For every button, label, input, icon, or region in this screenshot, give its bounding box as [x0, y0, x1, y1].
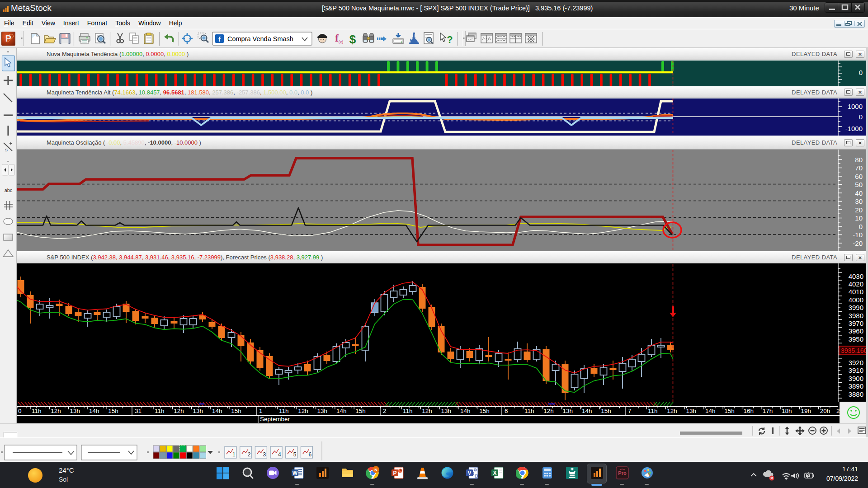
svg-text:80: 80	[855, 156, 863, 164]
svg-text:3980: 3980	[849, 312, 863, 319]
svg-text:11h: 11h	[648, 408, 658, 414]
svg-text:15h: 15h	[724, 408, 735, 414]
svg-text:14h: 14h	[212, 408, 222, 414]
svg-text:1: 1	[259, 408, 263, 414]
svg-text:14h: 14h	[460, 408, 471, 414]
svg-text:13h: 13h	[70, 408, 80, 414]
svg-text:40: 40	[855, 189, 863, 197]
svg-text:14h: 14h	[582, 408, 592, 414]
svg-text:W: W	[292, 470, 298, 476]
svg-text:17h: 17h	[763, 408, 773, 414]
svg-text:6: 6	[309, 451, 312, 458]
svg-text:14h: 14h	[89, 408, 99, 414]
svg-text:(x): (x)	[339, 40, 344, 44]
svg-text:4010: 4010	[849, 288, 863, 296]
svg-text:3880: 3880	[849, 390, 863, 398]
svg-text:X: X	[493, 470, 496, 476]
svg-text:0: 0	[18, 408, 22, 414]
svg-text:N: N	[374, 468, 377, 472]
svg-text:31: 31	[135, 408, 142, 414]
svg-text:11h: 11h	[524, 408, 534, 414]
svg-text:50: 50	[855, 181, 863, 188]
svg-text:3990: 3990	[849, 304, 863, 311]
svg-text:1000: 1000	[848, 103, 863, 110]
svg-text:1: 1	[232, 451, 236, 458]
svg-text:12h: 12h	[51, 408, 61, 414]
svg-text:-10: -10	[853, 231, 863, 239]
svg-text:12h: 12h	[298, 408, 308, 414]
svg-text:2: 2	[383, 408, 387, 414]
svg-text:13h: 13h	[317, 408, 328, 414]
svg-text:13h: 13h	[441, 408, 452, 414]
svg-text:15h: 15h	[355, 408, 366, 414]
svg-text:3950: 3950	[849, 335, 863, 343]
svg-text:11h: 11h	[403, 408, 413, 414]
svg-text:4: 4	[278, 451, 281, 458]
svg-text:0: 0	[859, 113, 863, 121]
svg-text:13h: 13h	[193, 408, 203, 414]
svg-text:3970: 3970	[849, 319, 863, 327]
svg-text:15h: 15h	[479, 408, 490, 414]
svg-text:14h: 14h	[336, 408, 347, 414]
svg-text:18h: 18h	[782, 408, 792, 414]
svg-text:3920: 3920	[849, 359, 863, 366]
svg-text:12h: 12h	[667, 408, 677, 414]
svg-text:3890: 3890	[849, 382, 863, 390]
svg-text:12h: 12h	[422, 408, 432, 414]
svg-text:4020: 4020	[849, 280, 863, 288]
svg-text:3935.160: 3935.160	[841, 347, 868, 354]
svg-text:3910: 3910	[849, 366, 863, 374]
svg-text:S: S	[5, 148, 8, 152]
svg-text:P: P	[393, 470, 396, 476]
svg-text:Compra Venda Smash: Compra Venda Smash	[227, 35, 293, 42]
svg-text:16h: 16h	[744, 408, 754, 414]
svg-text:0: 0	[859, 69, 863, 76]
svg-text:11h: 11h	[155, 408, 165, 414]
svg-text:30: 30	[855, 197, 863, 205]
svg-text:6: 6	[505, 408, 508, 414]
svg-text:15h: 15h	[601, 408, 611, 414]
svg-text:11h: 11h	[279, 408, 289, 414]
svg-text:-1000: -1000	[845, 125, 863, 132]
svg-text:abc: abc	[5, 188, 13, 193]
svg-text:5: 5	[293, 451, 297, 458]
svg-text:7: 7	[628, 408, 632, 414]
svg-text:2: 2	[836, 408, 840, 414]
svg-text:70: 70	[855, 164, 863, 172]
svg-text:19h: 19h	[801, 408, 811, 414]
svg-text:15h: 15h	[108, 408, 118, 414]
svg-text:12h: 12h	[543, 408, 554, 414]
svg-text:20: 20	[855, 206, 863, 214]
svg-text:3: 3	[263, 451, 266, 458]
svg-text:20h: 20h	[820, 408, 830, 414]
svg-text:$: $	[349, 33, 356, 46]
svg-text:12h: 12h	[174, 408, 184, 414]
svg-text:13h: 13h	[686, 408, 697, 414]
svg-text:0: 0	[859, 223, 863, 230]
svg-text:September: September	[260, 416, 290, 422]
svg-text:11h: 11h	[32, 408, 42, 414]
svg-text:4030: 4030	[849, 272, 863, 280]
svg-text:60: 60	[855, 173, 863, 180]
svg-text:4000: 4000	[849, 296, 863, 304]
svg-text:15h: 15h	[231, 408, 241, 414]
svg-text:V: V	[467, 470, 471, 476]
svg-text:2: 2	[248, 451, 251, 458]
svg-text:3960: 3960	[849, 327, 863, 335]
svg-text:-20: -20	[853, 239, 863, 247]
svg-text:P: P	[5, 33, 11, 43]
svg-text:?: ?	[447, 34, 453, 45]
svg-text:Pro: Pro	[618, 470, 627, 476]
svg-text:10: 10	[855, 214, 863, 222]
svg-text:13h: 13h	[563, 408, 573, 414]
svg-text:3900: 3900	[849, 375, 863, 382]
svg-text:14h: 14h	[705, 408, 716, 414]
